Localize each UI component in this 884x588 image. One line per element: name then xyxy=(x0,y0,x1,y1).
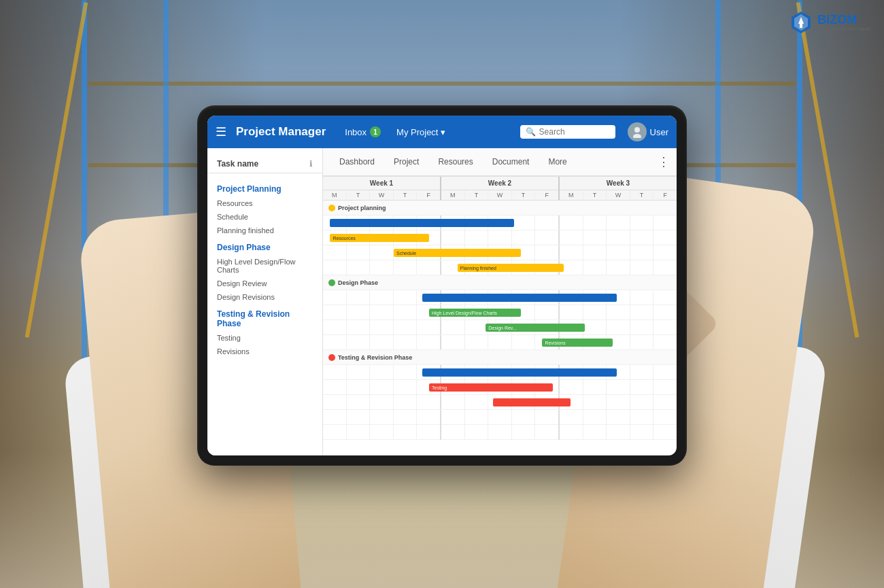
tablet-screen: ☰ Project Manager Inbox 1 My Project ▾ 🔍 xyxy=(207,116,677,455)
sidebar: Task name ℹ Project Planning Resources S… xyxy=(207,148,323,455)
tab-more[interactable]: More xyxy=(539,149,576,176)
sidebar-item-testing[interactable]: Testing xyxy=(207,331,322,345)
day-cell: M xyxy=(323,190,347,200)
day-cell: W xyxy=(370,190,394,200)
day-cell: F xyxy=(417,190,440,200)
sidebar-item-high-level-design[interactable]: High Level Design/Flow Charts xyxy=(207,255,322,277)
bizom-logo: BIZOM business on the move xyxy=(789,10,870,35)
gantt-row-design-review: Design Rev... xyxy=(323,320,677,335)
search-icon: 🔍 xyxy=(526,127,536,137)
menu-icon[interactable]: ☰ xyxy=(216,124,226,139)
sidebar-item-planning-finished[interactable]: Planning finished xyxy=(207,224,322,237)
day-cell: T xyxy=(583,190,607,200)
sidebar-item-resources[interactable]: Resources xyxy=(207,196,322,210)
tab-project[interactable]: Project xyxy=(384,149,428,176)
sidebar-item-revisions[interactable]: Revisions xyxy=(207,345,322,358)
gantt-row-pp-bar xyxy=(323,215,677,230)
bar-design-revisions-label: Revisions xyxy=(545,341,565,345)
day-cell: T xyxy=(630,190,654,200)
gantt-row-tr-bar xyxy=(323,365,677,380)
gantt-row-testing-header: Testing & Revision Phase xyxy=(323,350,677,365)
tablet-container: ☰ Project Manager Inbox 1 My Project ▾ 🔍 xyxy=(197,105,687,466)
svg-point-5 xyxy=(633,134,641,138)
design-phase-label: Design Phase xyxy=(338,279,378,286)
tab-dashbord[interactable]: Dashbord xyxy=(330,149,384,176)
inbox-label: Inbox xyxy=(345,127,367,137)
svg-point-4 xyxy=(634,127,640,133)
day-cell: T xyxy=(465,190,489,200)
tabs-navigation: Dashbord Project Resoures Document More … xyxy=(323,148,677,177)
more-options-icon[interactable]: ⋮ xyxy=(658,154,670,169)
week2-label: Week 2 xyxy=(441,177,558,190)
info-icon[interactable]: ℹ xyxy=(309,159,313,169)
user-label: User xyxy=(650,127,668,137)
bar-design-revisions: Revisions xyxy=(542,339,613,347)
bar-testing-label: Testing xyxy=(432,385,447,390)
gantt-row-design-revisions: Revisions xyxy=(323,335,677,350)
svg-rect-3 xyxy=(800,22,802,28)
bar-schedule-label: Schedule xyxy=(396,251,416,256)
bar-testing: Testing xyxy=(429,383,553,392)
bar-project-planning xyxy=(330,219,513,227)
gantt-row-design-phase-header: Design Phase xyxy=(323,275,677,290)
inbox-section[interactable]: Inbox 1 xyxy=(345,126,381,137)
main-content: Dashbord Project Resoures Document More … xyxy=(323,148,677,455)
gantt-row-project-planning-header: Project planning xyxy=(323,201,677,215)
tablet-frame: ☰ Project Manager Inbox 1 My Project ▾ 🔍 xyxy=(197,105,687,466)
sidebar-item-schedule[interactable]: Schedule xyxy=(207,210,322,224)
gantt-bars-area: Project planning Resources xyxy=(323,201,677,440)
day-cell: T xyxy=(347,190,371,200)
day-cell: W xyxy=(607,190,630,200)
bar-resources: Resources xyxy=(330,234,429,242)
sidebar-section-project-planning: Project Planning xyxy=(207,179,322,196)
gantt-week-headers: Week 1 M T W T F Week 2 xyxy=(323,177,677,201)
testing-phase-dot xyxy=(328,354,335,361)
app-body: Task name ℹ Project Planning Resources S… xyxy=(207,148,677,455)
sidebar-section-testing: Testing & Revision Phase xyxy=(207,304,322,331)
user-section[interactable]: User xyxy=(628,122,668,141)
bar-resources-label: Resources xyxy=(333,236,355,241)
search-input[interactable] xyxy=(539,127,607,137)
gantt-row-resources: Resources xyxy=(323,230,677,245)
app-title: Project Manager xyxy=(236,125,326,139)
week1-label: Week 1 xyxy=(323,177,440,190)
day-cell: M xyxy=(560,190,583,200)
bar-planning-finished: Planning finished xyxy=(458,264,564,272)
sidebar-header: Task name ℹ xyxy=(207,155,322,173)
bar-revisions xyxy=(493,398,571,407)
gantt-row-hld: High Level Design/Flow Charts xyxy=(323,305,677,320)
bar-hld-label: High Level Design/Flow Charts xyxy=(432,311,497,315)
day-cell: F xyxy=(653,190,677,200)
bar-design-review: Design Rev... xyxy=(486,324,585,332)
gantt-row-empty-1 xyxy=(323,410,677,425)
sidebar-item-design-review[interactable]: Design Review xyxy=(207,277,322,290)
gantt-row-testing-bar: Testing xyxy=(323,380,677,395)
avatar xyxy=(628,122,647,141)
bar-design-review-label: Design Rev... xyxy=(488,326,517,330)
bar-design-phase xyxy=(422,294,617,302)
design-phase-dot xyxy=(328,279,335,286)
week3-label: Week 3 xyxy=(560,177,677,190)
day-cell: M xyxy=(441,190,465,200)
project-planning-dot xyxy=(328,205,335,211)
bar-high-level-design: High Level Design/Flow Charts xyxy=(429,309,521,317)
tab-resoures[interactable]: Resoures xyxy=(428,149,482,176)
chevron-down-icon: ▾ xyxy=(441,127,445,137)
project-label: My Project xyxy=(396,127,438,137)
app-header: ☰ Project Manager Inbox 1 My Project ▾ 🔍 xyxy=(207,116,677,148)
gantt-row-schedule: Schedule xyxy=(323,245,677,260)
gantt-chart: Week 1 M T W T F Week 2 xyxy=(323,177,677,455)
testing-phase-label: Testing & Revision Phase xyxy=(338,354,412,361)
bizom-icon xyxy=(789,10,813,35)
gantt-row-revisions-bar xyxy=(323,395,677,410)
sidebar-section-design-phase: Design Phase xyxy=(207,237,322,255)
project-dropdown[interactable]: My Project ▾ xyxy=(396,127,445,137)
tab-document[interactable]: Document xyxy=(483,149,539,176)
gantt-row-dp-bar xyxy=(323,290,677,305)
sidebar-item-design-revisions[interactable]: Design Revisions xyxy=(207,290,322,304)
project-planning-label: Project planning xyxy=(338,205,386,211)
gantt-row-planning-finished: Planning finished xyxy=(323,260,677,275)
bar-schedule: Schedule xyxy=(394,249,521,257)
day-cell: F xyxy=(535,190,558,200)
search-bar[interactable]: 🔍 xyxy=(520,125,615,139)
